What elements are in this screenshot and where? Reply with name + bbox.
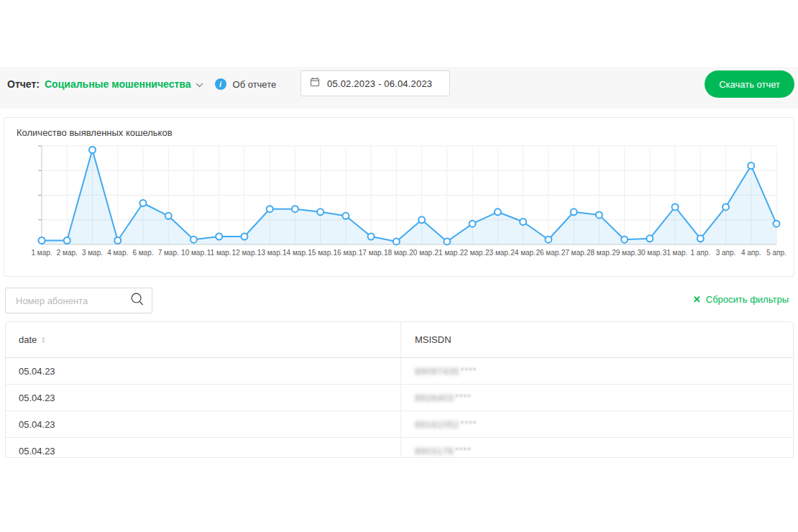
cell-date: 05.04.23	[6, 393, 400, 403]
svg-text:24 мар.: 24 мар.	[510, 249, 536, 257]
svg-text:14 мар.: 14 мар.	[283, 249, 308, 257]
svg-text:6 мар.: 6 мар.	[132, 249, 153, 257]
redacted-msisdn: 89161052	[415, 419, 459, 430]
column-header-msisdn: MSISDN	[400, 334, 451, 345]
report-type-dropdown[interactable]: Социальные мошенничества	[45, 78, 203, 91]
svg-text:13 мар.: 13 мар.	[257, 249, 283, 257]
svg-text:1 апр.: 1 апр.	[690, 249, 710, 257]
svg-text:31 мар.: 31 мар.	[663, 249, 688, 257]
svg-text:17 мар.: 17 мар.	[359, 249, 384, 257]
svg-text:30 мар.: 30 мар.	[637, 249, 662, 257]
svg-text:21 мар.: 21 мар.	[435, 249, 460, 257]
reset-filters-link[interactable]: ✕ Сбросить фильтры	[693, 294, 789, 305]
svg-text:29 мар.: 29 мар.	[612, 249, 637, 257]
svg-text:15 мар.: 15 мар.	[308, 249, 333, 257]
redacted-msisdn-suffix: ****	[455, 393, 472, 403]
report-type-value[interactable]: Социальные мошенничества	[45, 78, 191, 90]
redacted-msisdn-suffix: ****	[461, 366, 477, 376]
redacted-msisdn-suffix: ****	[461, 419, 477, 429]
subscriber-search-box[interactable]	[5, 288, 152, 313]
search-icon[interactable]	[130, 292, 145, 309]
redacted-msisdn: 8903176	[415, 446, 454, 457]
svg-text:1 мар.: 1 мар.	[31, 249, 52, 257]
redacted-msisdn: 8926403	[415, 393, 454, 403]
svg-text:20 мар.: 20 мар.	[409, 249, 434, 257]
svg-text:16 мар.: 16 мар.	[334, 249, 359, 257]
cell-date: 05.04.23	[6, 366, 400, 377]
table-row[interactable]: 05.04.238903176****	[6, 438, 793, 458]
svg-text:28 мар.: 28 мар.	[587, 249, 612, 257]
svg-text:10 мар.: 10 мар.	[181, 249, 206, 257]
table-body: 05.04.2389097435****05.04.238926403****0…	[6, 358, 793, 458]
reset-filters-label: Сбросить фильтры	[706, 294, 789, 305]
svg-text:4 мар.: 4 мар.	[107, 249, 128, 257]
download-report-button[interactable]: Скачать отчет	[705, 70, 794, 98]
date-range-picker[interactable]: 05.02.2023 - 06.04.2023	[301, 70, 450, 96]
table-row[interactable]: 05.04.2389097435****	[6, 358, 793, 385]
column-header-date[interactable]: date ▲▼	[6, 334, 400, 345]
redacted-msisdn-suffix: ****	[455, 446, 472, 456]
date-range-value: 05.02.2023 - 06.04.2023	[327, 78, 432, 89]
svg-text:4 апр.: 4 апр.	[741, 249, 761, 257]
svg-text:18 мар.: 18 мар.	[384, 249, 409, 257]
info-icon[interactable]: i	[215, 78, 226, 90]
cell-msisdn: 8903176****	[400, 446, 472, 457]
report-toolbar: Отчет: Социальные мошенничества i Об отч…	[0, 67, 798, 109]
column-divider	[400, 322, 401, 457]
table-row[interactable]: 05.04.2389161052****	[6, 411, 793, 438]
sort-icon[interactable]: ▲▼	[41, 336, 45, 344]
svg-text:11 мар.: 11 мар.	[207, 249, 231, 257]
results-table: date ▲▼ MSISDN 05.04.2389097435****05.04…	[5, 321, 794, 458]
svg-text:27 мар.: 27 мар.	[561, 249, 587, 257]
wallets-line-chart[interactable]: 1 мар.2 мар.3 мар.4 мар.6 мар.7 мар.10 м…	[6, 139, 792, 269]
svg-text:22 мар.: 22 мар.	[460, 249, 485, 257]
cell-date: 05.04.23	[6, 446, 400, 457]
chevron-down-icon	[196, 78, 203, 91]
cell-msisdn: 89097435****	[400, 366, 477, 377]
redacted-msisdn: 89097435	[415, 366, 459, 377]
close-icon: ✕	[693, 295, 701, 304]
cell-msisdn: 89161052****	[400, 419, 477, 430]
report-label: Отчет:	[7, 78, 40, 90]
svg-text:2 мар.: 2 мар.	[57, 249, 78, 257]
wallets-chart-card: Количество выявленных кошельков 1 мар.2 …	[4, 117, 794, 277]
svg-text:26 мар.: 26 мар.	[536, 249, 561, 257]
msisdn-column-label: MSISDN	[415, 334, 451, 345]
svg-text:5 апр.: 5 апр.	[766, 249, 786, 257]
calendar-icon	[310, 77, 320, 90]
subscriber-search-input[interactable]	[14, 295, 130, 307]
svg-text:3 апр.: 3 апр.	[716, 249, 736, 257]
about-report-link[interactable]: Об отчете	[233, 79, 277, 90]
svg-text:23 мар.: 23 мар.	[485, 249, 510, 257]
date-column-label: date	[19, 334, 37, 345]
cell-msisdn: 8926403****	[400, 393, 472, 403]
svg-text:3 мар.: 3 мар.	[82, 249, 103, 257]
svg-text:7 мар.: 7 мар.	[158, 249, 179, 257]
chart-title: Количество выявленных кошельков	[17, 127, 794, 138]
table-row[interactable]: 05.04.238926403****	[6, 385, 793, 411]
svg-text:12 мар.: 12 мар.	[232, 249, 257, 257]
table-header-row: date ▲▼ MSISDN	[6, 322, 793, 358]
cell-date: 05.04.23	[6, 419, 400, 430]
